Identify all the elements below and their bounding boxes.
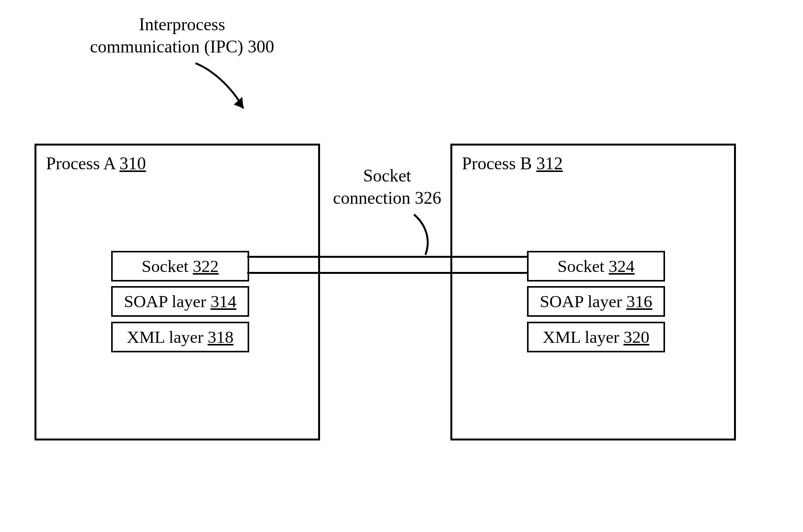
title-line-1: Interprocess [139, 15, 225, 34]
process-a-label-text: Process A [46, 154, 120, 173]
title-line-2: communication (IPC) 300 [90, 37, 274, 56]
xml-b-text: XML layer [543, 327, 624, 347]
socket-a-text: Socket [141, 257, 193, 276]
process-a-box: Process A 310 Socket 322 SOAP layer 314 … [34, 144, 320, 440]
soap-a-ref: 314 [210, 292, 236, 311]
process-b-label: Process B 312 [462, 153, 563, 174]
process-b-socket: Socket 324 [527, 251, 665, 282]
soap-a-text: SOAP layer [124, 292, 210, 311]
title-arrow-icon [192, 59, 257, 121]
connection-line-2: connection 326 [333, 188, 441, 208]
socket-connection-label: Socket connection 326 [328, 165, 447, 209]
socket-connection-line-top [247, 256, 527, 258]
xml-b-ref: 320 [624, 327, 650, 347]
soap-b-ref: 316 [626, 292, 652, 311]
process-b-ref: 312 [536, 154, 563, 173]
soap-b-text: SOAP layer [540, 292, 626, 311]
connection-line-1: Socket [363, 166, 411, 185]
process-a-socket: Socket 322 [111, 251, 249, 282]
process-b-xml: XML layer 320 [527, 322, 665, 352]
xml-a-text: XML layer [127, 327, 208, 347]
diagram-canvas: { "title": { "line1": "Interprocess", "l… [0, 0, 803, 532]
socket-a-ref: 322 [193, 257, 219, 276]
process-b-box: Process B 312 Socket 324 SOAP layer 316 … [450, 144, 736, 440]
process-a-label: Process A 310 [46, 153, 146, 174]
process-b-label-text: Process B [462, 154, 536, 173]
process-a-xml: XML layer 318 [111, 322, 249, 352]
process-a-ref: 310 [120, 154, 146, 173]
diagram-title: Interprocess communication (IPC) 300 [82, 13, 282, 57]
socket-b-text: Socket [557, 257, 609, 276]
process-a-soap: SOAP layer 314 [111, 286, 249, 317]
process-b-soap: SOAP layer 316 [527, 286, 665, 317]
xml-a-ref: 318 [208, 327, 234, 347]
connection-leader-icon [410, 213, 445, 259]
socket-b-ref: 324 [609, 257, 635, 276]
socket-connection-line-bottom [247, 272, 527, 274]
